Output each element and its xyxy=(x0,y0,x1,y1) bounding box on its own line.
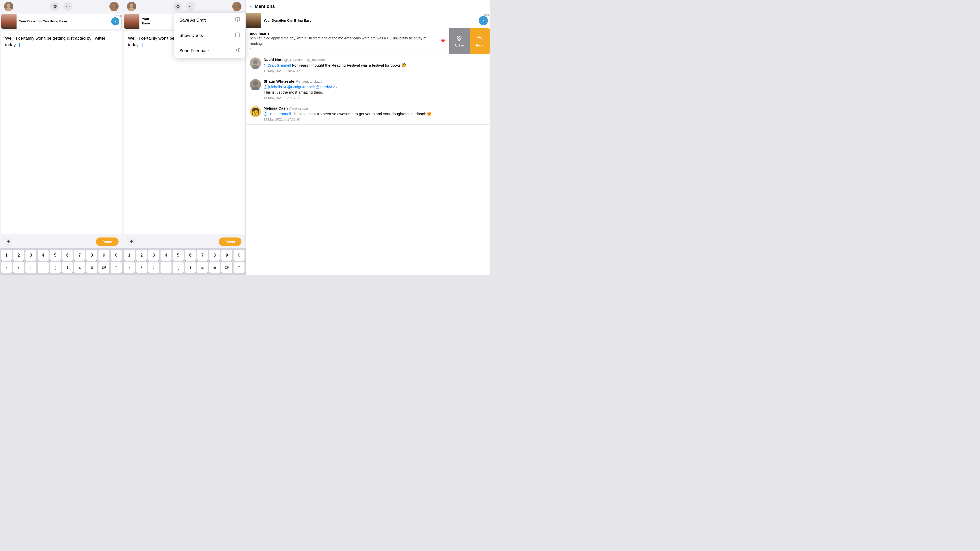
right-ad-text: Your Donation Can Bring Ease xyxy=(261,17,479,24)
left-ad-close[interactable]: ✕ Ad xyxy=(115,14,121,17)
key-5[interactable]: 5 xyxy=(50,250,61,260)
left-tweet-button[interactable]: Tweet xyxy=(96,238,119,246)
left-ad-banner: Your Donation Can Bring Ease › ✕ Ad xyxy=(1,14,122,29)
key-3[interactable]: 3 xyxy=(25,250,37,260)
mentions-title: Mentions xyxy=(255,4,275,9)
at-button-left[interactable]: @ xyxy=(50,2,59,11)
left-compose-text: Well, I certainly won't be getting distr… xyxy=(5,35,118,48)
tweet-1-avatar xyxy=(250,57,261,69)
tweet-item-2: Shaun Whiteside @shauntranslates @ljnich… xyxy=(246,76,490,103)
right-panel: ‹ Mentions Your Donation Can Bring Ease … xyxy=(246,0,490,275)
mid-key-7[interactable]: 7 xyxy=(197,250,208,260)
dropdown-menu: Save As Draft Show Drafts S xyxy=(174,13,245,58)
right-ad-close[interactable]: ✕ Ad xyxy=(484,13,490,16)
tweet-1-handle-text: @_davenott xyxy=(307,58,325,62)
middle-plus-button[interactable]: + xyxy=(127,237,136,246)
left-user-avatar[interactable] xyxy=(110,2,119,11)
key-pound[interactable]: £ xyxy=(74,262,85,273)
mid-key-at[interactable]: @ xyxy=(221,262,232,273)
mid-key-semicolon[interactable]: ; xyxy=(161,262,172,273)
mid-key-lparen[interactable]: ( xyxy=(173,262,184,273)
left-ad-arrow[interactable]: › xyxy=(111,17,119,25)
at-button-middle[interactable]: @ xyxy=(173,2,182,11)
key-1[interactable]: 1 xyxy=(1,250,12,260)
svg-point-4 xyxy=(130,3,133,7)
key-at[interactable]: @ xyxy=(99,262,110,273)
key-quote[interactable]: " xyxy=(111,262,122,273)
svg-point-0 xyxy=(7,3,10,7)
mid-key-2[interactable]: 2 xyxy=(136,250,147,260)
key-8[interactable]: 8 xyxy=(86,250,97,260)
right-ad-image xyxy=(246,13,261,28)
key-slash[interactable]: / xyxy=(13,262,24,273)
reply-icon xyxy=(477,35,483,43)
tweet-1-text: @CraigGrannell For years I thought the R… xyxy=(264,62,486,68)
tweet-3-text: @CraigGrannell Thanks Craig! It's been s… xyxy=(264,111,486,116)
first-tweet-text: hen I studied applied the day, with a UK… xyxy=(250,36,433,46)
unlike-icon xyxy=(457,35,463,43)
tweet-2-time: 11 May 2021 at 21:17:32 xyxy=(264,96,486,100)
dropdown-show-drafts[interactable]: Show Drafts xyxy=(174,28,245,43)
mid-key-0[interactable]: 0 xyxy=(234,250,245,260)
mid-key-9[interactable]: 9 xyxy=(221,250,232,260)
svg-point-5 xyxy=(129,7,135,11)
key-4[interactable]: 4 xyxy=(38,250,49,260)
key-0[interactable]: 0 xyxy=(111,250,122,260)
left-ad-title: Your Donation Can Bring Ease xyxy=(19,19,109,24)
key-7[interactable]: 7 xyxy=(74,250,85,260)
key-rparen[interactable]: ) xyxy=(62,262,73,273)
dropdown-send-feedback[interactable]: Send Feedback xyxy=(174,43,245,58)
tweet-1-link[interactable]: @CraigGrannell xyxy=(264,63,291,67)
tweet-2-link[interactable]: @ljnicholls74 @CraigGrannell @sturdyAlex xyxy=(264,85,337,89)
right-ad-title: Your Donation Can Bring Ease xyxy=(264,19,476,22)
key-2[interactable]: 2 xyxy=(13,250,24,260)
more-button-middle[interactable]: ··· xyxy=(186,2,196,11)
svg-point-2 xyxy=(112,3,116,7)
left-toolbar-center: @ ··· xyxy=(50,2,73,11)
mid-key-colon[interactable]: : xyxy=(148,262,159,273)
tweet-2-avatar xyxy=(250,79,261,90)
heart-icon: ❤ xyxy=(441,38,445,44)
svg-point-7 xyxy=(234,7,240,11)
middle-user-avatar[interactable] xyxy=(232,2,242,11)
mid-key-pound[interactable]: £ xyxy=(197,262,208,273)
mid-key-slash[interactable]: / xyxy=(136,262,147,273)
middle-avatar[interactable] xyxy=(127,2,136,11)
back-button[interactable]: ‹ xyxy=(250,3,251,10)
mid-key-quote[interactable]: " xyxy=(234,262,245,273)
left-plus-button[interactable]: + xyxy=(4,237,13,246)
tweet-3-link[interactable]: @CraigGrannell xyxy=(264,112,291,116)
right-ad-arrow[interactable]: › xyxy=(479,16,488,25)
dropdown-save-draft[interactable]: Save As Draft xyxy=(174,13,245,28)
mid-key-dash[interactable]: - xyxy=(124,262,135,273)
mid-key-4[interactable]: 4 xyxy=(161,250,172,260)
mid-key-5[interactable]: 5 xyxy=(173,250,184,260)
reply-action[interactable]: Reply xyxy=(470,28,490,54)
key-colon[interactable]: : xyxy=(25,262,37,273)
mid-key-amp[interactable]: & xyxy=(209,262,220,273)
tweet-1-author: David Nott xyxy=(264,57,283,62)
middle-compose-area[interactable]: Well, I certainly won't be getting distr… xyxy=(124,31,245,234)
mid-key-8[interactable]: 8 xyxy=(209,250,220,260)
mid-key-1[interactable]: 1 xyxy=(124,250,135,260)
key-lparen[interactable]: ( xyxy=(50,262,61,273)
tweet-2-text: @ljnicholls74 @CraigGrannell @sturdyAlex… xyxy=(264,84,486,95)
send-feedback-icon xyxy=(235,47,240,54)
keyboard-row-1: 1 2 3 4 5 6 7 8 9 0 xyxy=(1,250,122,260)
key-semicolon[interactable]: ; xyxy=(38,262,49,273)
middle-tweet-button[interactable]: Tweet xyxy=(219,238,242,246)
key-6[interactable]: 6 xyxy=(62,250,73,260)
svg-point-17 xyxy=(252,65,259,69)
mid-key-6[interactable]: 6 xyxy=(185,250,196,260)
mid-key-rparen[interactable]: ) xyxy=(185,262,196,273)
key-amp[interactable]: & xyxy=(86,262,97,273)
svg-point-1 xyxy=(6,7,12,11)
unlike-action[interactable]: Unlike xyxy=(449,28,470,54)
key-9[interactable]: 9 xyxy=(99,250,110,260)
more-button-left[interactable]: ··· xyxy=(64,2,73,11)
first-tweet-handle: mcelhearn xyxy=(250,31,433,36)
left-avatar[interactable] xyxy=(4,2,13,11)
mid-key-3[interactable]: 3 xyxy=(148,250,159,260)
left-compose-area[interactable]: Well, I certainly won't be getting distr… xyxy=(1,31,122,234)
key-dash[interactable]: - xyxy=(1,262,12,273)
